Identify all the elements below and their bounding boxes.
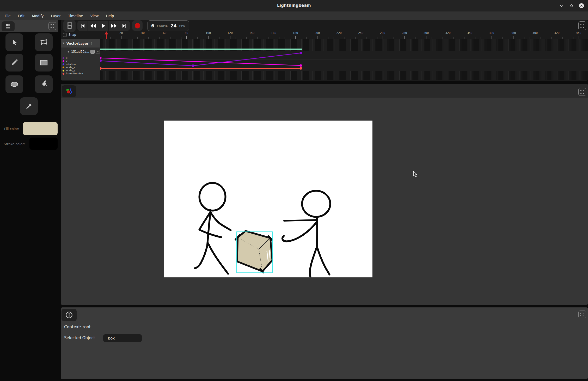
inspector-expand-button[interactable] — [578, 311, 586, 318]
ruler-label-160: 160 — [268, 31, 279, 34]
ruler-tick — [334, 37, 334, 39]
ruler-tick — [274, 36, 274, 39]
snap-checkbox[interactable] — [63, 33, 67, 37]
property-row-x[interactable]: x — [61, 56, 100, 59]
timeline-ruler[interactable]: 0204060801001201401601802002202402602803… — [100, 31, 588, 39]
fill-color-swatch[interactable] — [23, 122, 58, 135]
stick-figure-right[interactable] — [282, 191, 330, 277]
rewind-button[interactable] — [88, 21, 98, 31]
ruler-label-0: 0 — [100, 31, 105, 34]
window-minimize-icon[interactable] — [558, 3, 565, 9]
menu-edit[interactable]: Edit — [14, 14, 28, 18]
layer-row-vectorlayer[interactable]: ▼ VectorLayer [L] — [61, 39, 100, 47]
info-button[interactable] — [62, 309, 77, 321]
ruler-label-360: 360 — [486, 31, 497, 34]
tool-panel-expand-button[interactable] — [48, 22, 56, 30]
keyframe-dot-frameNumber[interactable] — [100, 67, 102, 70]
ruler-label-120: 120 — [225, 31, 235, 34]
menu-help[interactable]: Help — [102, 14, 118, 18]
paint-bucket-tool-button[interactable] — [35, 75, 53, 93]
selected-object-dropdown[interactable]: box — [103, 334, 142, 342]
keyframe-dot-x[interactable] — [192, 64, 194, 67]
ruler-tick — [415, 37, 415, 39]
rectangle-icon — [40, 60, 48, 66]
ruler-tick — [186, 36, 187, 39]
rectangle-tool-button[interactable] — [35, 54, 53, 72]
eyedropper-tool-button[interactable] — [20, 97, 38, 115]
sublayer-tilde-button[interactable]: ~ — [96, 50, 100, 54]
rewind-icon — [90, 24, 96, 28]
menu-layer[interactable]: Layer — [47, 14, 64, 18]
menu-timeline[interactable]: Timeline — [64, 14, 87, 18]
frame-value: 6 — [151, 23, 154, 28]
menu-file[interactable]: File — [1, 14, 14, 18]
play-icon — [101, 23, 106, 28]
ruler-tick — [339, 36, 339, 39]
sublayer-row[interactable]: ▼ 151ad70a... ~ — [61, 48, 100, 55]
ruler-tick — [535, 36, 535, 39]
keyframe-curves[interactable] — [100, 39, 588, 80]
menu-modify[interactable]: Modify — [28, 14, 47, 18]
keyframe-dot-x[interactable] — [299, 52, 302, 54]
ruler-tick — [110, 37, 111, 39]
sublayer-visibility-button[interactable] — [90, 50, 95, 54]
menu-bar: FileEditModifyLayerTimelineViewHelp — [0, 11, 588, 20]
transport-controls — [77, 21, 130, 31]
ruler-tick — [508, 37, 508, 39]
ruler-tick — [263, 37, 263, 39]
sublayer-collapse-caret-icon[interactable]: ▼ — [68, 50, 69, 53]
menu-view[interactable]: View — [87, 14, 102, 18]
play-button[interactable] — [98, 21, 109, 31]
keyframe-dot-y[interactable] — [300, 64, 302, 67]
film-strip-icon — [67, 22, 72, 29]
skip-to-end-button[interactable] — [119, 21, 130, 31]
timeline-expand-button[interactable] — [578, 21, 586, 30]
record-button[interactable] — [132, 20, 143, 31]
ruler-tick — [361, 36, 361, 39]
fast-forward-button[interactable] — [109, 21, 119, 31]
box-object[interactable] — [236, 231, 272, 272]
draw-tool-button[interactable] — [5, 54, 23, 72]
transform-tool-button[interactable] — [35, 33, 53, 51]
keyframe-dot-x[interactable] — [100, 59, 102, 62]
skip-to-start-button[interactable] — [77, 21, 88, 31]
layer-collapse-caret-icon[interactable]: ▼ — [63, 42, 64, 45]
ruler-tick — [214, 37, 214, 39]
ruler-tick — [290, 37, 290, 39]
ruler-tick — [116, 37, 116, 39]
stroke-color-swatch[interactable] — [29, 138, 58, 150]
ruler-tick — [492, 36, 492, 39]
ruler-tick — [105, 37, 105, 39]
ruler-tick — [176, 37, 176, 39]
vector-scene-button[interactable] — [62, 85, 76, 97]
stick-figure-left[interactable] — [195, 183, 231, 274]
keyframe-dot-frameNumber[interactable] — [299, 67, 302, 70]
ruler-tick — [399, 37, 399, 39]
ruler-tick — [350, 37, 350, 39]
window-maximize-icon[interactable] — [568, 3, 575, 9]
property-row-scale_x[interactable]: scale_x — [61, 66, 100, 69]
animation-stage[interactable] — [164, 121, 372, 277]
property-name: rotation — [66, 63, 76, 66]
property-name: x — [66, 56, 68, 59]
property-row-scale_y[interactable]: scale_y — [61, 69, 100, 72]
canvas-expand-button[interactable] — [578, 88, 586, 96]
select-tool-button[interactable] — [5, 33, 23, 51]
fps-value: 24 — [170, 23, 177, 28]
ruler-tick — [562, 37, 563, 39]
property-color-dot — [63, 57, 64, 59]
panel-grid-button[interactable] — [2, 21, 15, 31]
film-button[interactable] — [63, 20, 76, 32]
pencil-icon — [11, 59, 18, 66]
window-close-icon[interactable] — [578, 3, 585, 9]
property-row-rotation[interactable]: rotation — [61, 63, 100, 66]
ellipse-tool-button[interactable] — [5, 75, 23, 93]
curve-y[interactable] — [100, 58, 301, 66]
record-dot-icon — [135, 23, 140, 28]
fill-color-label: Fill color: — [4, 127, 19, 131]
keyframe-span-bar[interactable] — [100, 49, 302, 50]
keyframe-dot-y[interactable] — [100, 57, 102, 59]
ruler-tick — [121, 36, 121, 39]
property-row-y[interactable]: y — [61, 59, 100, 63]
property-row-frameNumber[interactable]: frameNumber — [61, 72, 100, 75]
